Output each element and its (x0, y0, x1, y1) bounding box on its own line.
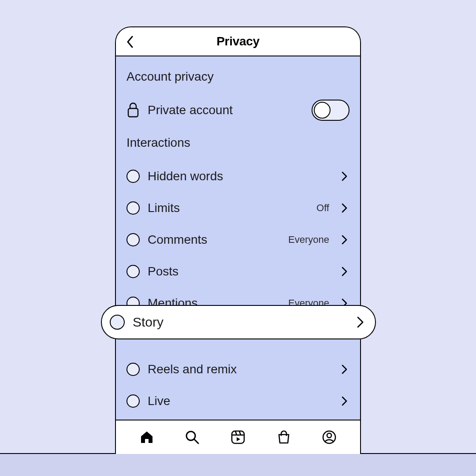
row-label: Limits (148, 201, 309, 215)
row-posts[interactable]: Posts (126, 256, 350, 287)
reels-icon (231, 430, 245, 445)
row-label: Live (148, 394, 321, 408)
circle-icon (126, 265, 140, 278)
chevron-right-icon (340, 267, 350, 276)
row-label: Hidden words (148, 169, 321, 183)
svg-line-6 (239, 431, 241, 435)
svg-point-8 (327, 433, 331, 438)
row-hidden-words[interactable]: Hidden words (126, 160, 350, 192)
chevron-left-icon (126, 36, 134, 48)
row-comments[interactable]: Comments Everyone (126, 224, 350, 256)
row-private-account[interactable]: Private account (126, 94, 350, 126)
screen-header: Privacy (116, 27, 360, 56)
circle-icon (126, 170, 140, 183)
circle-icon (126, 201, 140, 215)
chevron-right-icon (340, 396, 350, 406)
toggle-knob (314, 102, 331, 119)
circle-icon (126, 363, 140, 376)
svg-line-2 (194, 439, 198, 443)
shop-icon (276, 430, 291, 445)
ground-surface (0, 453, 476, 476)
nav-reels[interactable] (228, 428, 248, 447)
settings-content: Account privacy Private account Interact… (116, 56, 360, 417)
row-live[interactable]: Live (126, 385, 350, 417)
phone-frame: Privacy Account privacy Private account … (115, 26, 361, 454)
row-label: Story (133, 315, 348, 330)
lock-icon (126, 102, 140, 118)
nav-home[interactable] (137, 428, 156, 447)
svg-rect-0 (128, 108, 138, 117)
svg-line-5 (235, 431, 237, 435)
row-label: Posts (148, 264, 321, 279)
home-icon (139, 430, 154, 445)
bottom-navigation (116, 420, 360, 454)
section-title-account-privacy: Account privacy (126, 70, 350, 84)
circle-icon (126, 394, 140, 408)
row-limits[interactable]: Limits Off (126, 192, 350, 224)
chevron-right-icon (340, 235, 350, 245)
section-title-interactions: Interactions (126, 136, 350, 150)
chevron-right-icon (356, 317, 365, 327)
chevron-right-icon (340, 171, 350, 181)
circle-icon (126, 233, 140, 246)
svg-rect-3 (232, 431, 244, 443)
row-label: Reels and remix (148, 362, 321, 376)
row-reels-and-remix[interactable]: Reels and remix (126, 353, 350, 385)
row-value: Everyone (288, 234, 329, 245)
row-story[interactable]: Story (101, 305, 376, 339)
row-value: Off (316, 202, 329, 214)
private-account-label: Private account (148, 103, 304, 117)
page-title: Privacy (116, 34, 360, 48)
nav-search[interactable] (182, 428, 202, 447)
chevron-right-icon (340, 364, 350, 374)
profile-icon (322, 430, 337, 445)
chevron-right-icon (340, 203, 350, 213)
nav-profile[interactable] (320, 428, 339, 447)
search-icon (185, 430, 200, 445)
back-button[interactable] (125, 35, 135, 48)
circle-icon (110, 315, 125, 330)
row-label: Comments (148, 233, 280, 247)
private-account-toggle[interactable] (312, 100, 350, 121)
nav-shop[interactable] (274, 428, 294, 447)
